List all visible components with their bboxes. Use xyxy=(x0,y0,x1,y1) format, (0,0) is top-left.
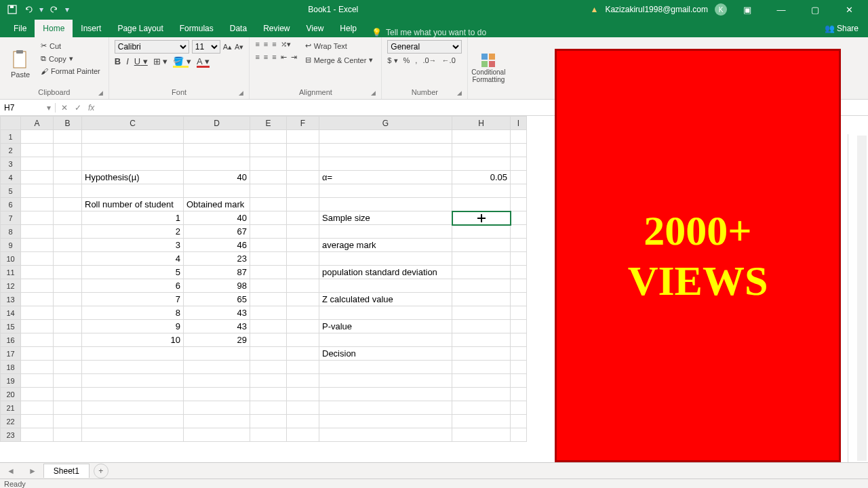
row-header[interactable]: 2 xyxy=(1,144,21,157)
row-header[interactable]: 12 xyxy=(1,279,21,293)
row-header[interactable]: 7 xyxy=(1,211,21,225)
minimize-button[interactable]: — xyxy=(768,5,795,15)
cell[interactable] xyxy=(250,347,287,361)
tab-review[interactable]: Review xyxy=(255,20,298,37)
cell[interactable] xyxy=(184,374,250,388)
cell[interactable] xyxy=(82,347,184,361)
ribbon-options-icon[interactable]: ▣ xyxy=(734,5,761,15)
cell[interactable]: 65 xyxy=(184,293,250,306)
cell[interactable] xyxy=(21,401,54,415)
cell[interactable] xyxy=(452,157,511,171)
cell[interactable] xyxy=(287,415,319,428)
row-header[interactable]: 4 xyxy=(1,171,21,184)
cell[interactable] xyxy=(511,347,527,361)
cell[interactable] xyxy=(452,374,511,388)
cell[interactable]: 6 xyxy=(82,279,184,293)
fx-icon[interactable]: fx xyxy=(88,103,94,113)
cell[interactable] xyxy=(319,252,452,266)
font-size-select[interactable]: 11 xyxy=(192,40,220,54)
name-box[interactable]: H7 ▾ xyxy=(0,103,56,113)
cell[interactable] xyxy=(452,266,511,279)
paste-button[interactable]: Paste xyxy=(5,40,35,87)
increase-decimal-icon[interactable]: .0→ xyxy=(422,56,436,65)
tab-formulas[interactable]: Formulas xyxy=(172,20,222,37)
cell[interactable] xyxy=(250,130,287,144)
cell[interactable] xyxy=(21,157,54,171)
cell[interactable] xyxy=(319,157,452,171)
cell[interactable] xyxy=(54,252,82,266)
col-header[interactable]: E xyxy=(250,117,287,130)
cell[interactable]: 8 xyxy=(82,306,184,320)
cell[interactable] xyxy=(319,333,452,347)
cell[interactable] xyxy=(250,320,287,333)
cell[interactable] xyxy=(511,266,527,279)
merge-center-button[interactable]: ⊟Merge & Center ▾ xyxy=(302,54,376,66)
underline-button[interactable]: U ▾ xyxy=(134,56,148,66)
cell[interactable]: 67 xyxy=(184,225,250,239)
row-header[interactable]: 9 xyxy=(1,239,21,252)
cell[interactable] xyxy=(54,361,82,374)
cell[interactable] xyxy=(21,333,54,347)
cell[interactable]: average mark xyxy=(319,239,452,252)
cell[interactable] xyxy=(250,211,287,225)
cell[interactable] xyxy=(184,157,250,171)
cell[interactable] xyxy=(287,388,319,401)
cell[interactable] xyxy=(21,374,54,388)
cell[interactable] xyxy=(21,239,54,252)
cell[interactable] xyxy=(319,428,452,442)
border-button[interactable]: ⊞ ▾ xyxy=(153,56,168,66)
cell[interactable] xyxy=(452,184,511,198)
cell[interactable] xyxy=(184,144,250,157)
cell[interactable] xyxy=(82,130,184,144)
row-header[interactable]: 22 xyxy=(1,415,21,428)
cell[interactable] xyxy=(250,171,287,184)
cell[interactable] xyxy=(21,225,54,239)
cell[interactable] xyxy=(82,184,184,198)
cell[interactable] xyxy=(54,293,82,306)
sheet-nav-next-icon[interactable]: ► xyxy=(22,466,43,476)
cell[interactable] xyxy=(21,184,54,198)
col-header[interactable] xyxy=(1,117,21,130)
cell[interactable]: 98 xyxy=(184,279,250,293)
cell[interactable] xyxy=(511,157,527,171)
cell[interactable] xyxy=(287,374,319,388)
undo-icon[interactable] xyxy=(23,4,34,15)
cell[interactable] xyxy=(82,361,184,374)
cell[interactable] xyxy=(54,428,82,442)
cell[interactable]: 3 xyxy=(82,239,184,252)
cell[interactable] xyxy=(21,428,54,442)
cell[interactable] xyxy=(287,184,319,198)
cell[interactable] xyxy=(287,171,319,184)
font-name-select[interactable]: Calibri xyxy=(115,40,189,54)
cell[interactable] xyxy=(452,333,511,347)
cell[interactable] xyxy=(287,293,319,306)
cell[interactable] xyxy=(319,225,452,239)
cell[interactable] xyxy=(250,279,287,293)
cell[interactable] xyxy=(250,401,287,415)
cell[interactable]: 87 xyxy=(184,266,250,279)
cell[interactable] xyxy=(184,415,250,428)
wrap-text-button[interactable]: ↩Wrap Text xyxy=(302,40,376,52)
cell[interactable] xyxy=(287,157,319,171)
tab-home[interactable]: Home xyxy=(35,20,73,37)
cell[interactable] xyxy=(319,374,452,388)
enter-formula-icon[interactable]: ✓ xyxy=(75,103,81,113)
new-sheet-button[interactable]: + xyxy=(94,464,108,479)
cell[interactable]: 4 xyxy=(82,252,184,266)
cell[interactable]: 43 xyxy=(184,320,250,333)
cell[interactable] xyxy=(250,157,287,171)
cell[interactable] xyxy=(21,347,54,361)
cell[interactable]: 2 xyxy=(82,225,184,239)
cell[interactable]: Obtained mark xyxy=(184,198,250,211)
cell[interactable] xyxy=(250,388,287,401)
cell[interactable] xyxy=(511,388,527,401)
cell[interactable] xyxy=(250,374,287,388)
cell[interactable] xyxy=(82,401,184,415)
cell[interactable] xyxy=(511,401,527,415)
cell[interactable] xyxy=(250,239,287,252)
tab-insert[interactable]: Insert xyxy=(73,20,109,37)
bold-button[interactable]: B xyxy=(115,56,121,66)
row-header[interactable]: 1 xyxy=(1,130,21,144)
tab-file[interactable]: File xyxy=(5,20,35,37)
copy-button[interactable]: ⧉Copy ▾ xyxy=(38,53,103,64)
